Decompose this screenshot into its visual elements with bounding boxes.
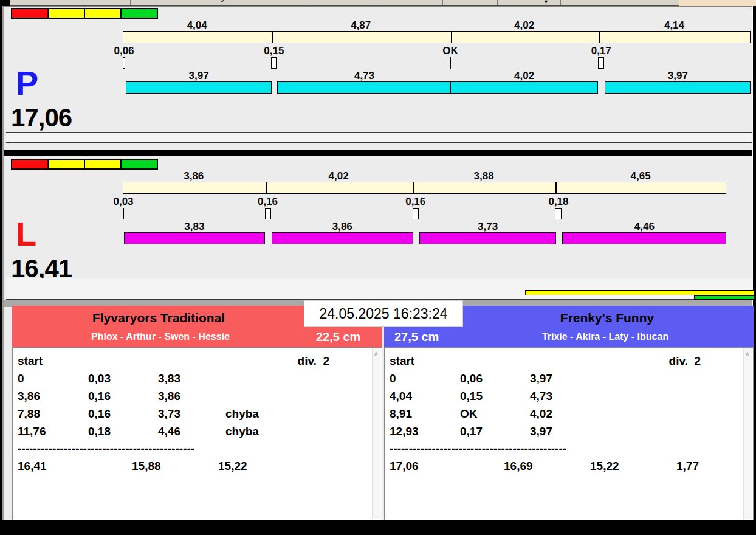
results-listbox[interactable]: startdiv. 200,033,833,860,163,867,880,16… [12, 347, 382, 520]
split-time-label: 4,02 [450, 20, 598, 30]
toolbar-separator [560, 0, 561, 6]
table-cell: 12,93 [390, 426, 419, 437]
table-cell: 3,73 [158, 408, 180, 419]
results-listbox[interactable]: startdiv. 200,063,974,040,154,738,91OK4,… [384, 347, 754, 520]
lane-section-left: 3,864,023,884,650,033,830,163,860,163,73… [6, 157, 752, 300]
table-header-start: start [18, 355, 43, 367]
background-window-fragment [679, 0, 756, 6]
table-cell: 4,04 [390, 390, 412, 402]
fault-flag: chyba [225, 408, 259, 419]
sub-strip [6, 132, 752, 143]
status-strip-cell [12, 9, 47, 18]
team-dog-names: Trixie - Akira - Laty - Ibucan [457, 332, 754, 342]
table-cell: 3,86 [18, 390, 40, 402]
table-cell: 0,18 [88, 426, 111, 437]
lane-letter: P [16, 66, 38, 100]
scroll-up-icon[interactable]: ∧ [374, 351, 378, 357]
chevron-down-icon[interactable]: ▼ [543, 0, 549, 5]
toolbar-separator [130, 0, 131, 6]
table-cell: 7,88 [18, 408, 40, 419]
vertical-scrollbar[interactable]: ∧ [372, 348, 381, 519]
dog-time-bar [124, 232, 265, 244]
toolbar-separator [309, 0, 309, 6]
team-name: Frenky's Funny [461, 311, 754, 325]
split-time-label: 4,65 [555, 171, 726, 181]
changeover-marker [598, 57, 604, 69]
fault-flag: chyba [225, 426, 259, 437]
team-panel-left: Flyvaryors TraditionalPhlox - Arthur - S… [12, 306, 382, 520]
lane-letter: L [16, 217, 36, 251]
flyball-timing-screen: { "toolbar": { "check_icon": "✓", "dropd… [0, 0, 756, 535]
progress-indicator-bar [694, 295, 755, 300]
datetime-text: 24.05.2025 16:23:24 [319, 306, 447, 322]
table-cell: 0,06 [460, 373, 483, 384]
datetime-label: 24.05.2025 16:23:24 [304, 300, 463, 327]
changeover-label: 0,18 [534, 196, 583, 207]
dog-time-label: 4,46 [562, 221, 726, 232]
status-strip-cell [120, 160, 157, 168]
split-time-label: 3,88 [413, 171, 555, 181]
split-time-label: 4,04 [123, 20, 271, 30]
table-header-division: div. 2 [669, 355, 701, 367]
race-window: 4,044,874,024,140,063,970,154,73OK4,020,… [2, 6, 753, 520]
dog-time-bar [277, 81, 451, 94]
table-cell: 4,02 [530, 408, 552, 419]
toolbar-separator [376, 0, 376, 6]
jump-height-label: 22,5 cm [316, 331, 360, 343]
total-cell: 15,22 [218, 460, 247, 472]
split-time-bar [123, 182, 726, 194]
split-divider [451, 32, 452, 43]
changeover-label: 0,03 [99, 196, 148, 207]
changeover-label: 0,16 [244, 196, 292, 207]
status-strip-cell [47, 160, 84, 168]
split-time-label: 4,14 [598, 20, 750, 30]
status-strip-cell [12, 160, 47, 168]
toolbar-separator [78, 0, 78, 6]
table-cell: 3,83 [158, 373, 180, 384]
changeover-marker [123, 208, 124, 219]
toolbar-separator [497, 0, 498, 6]
status-strip-cell [84, 160, 120, 168]
table-cell: 0,16 [88, 408, 111, 419]
dog-time-bar [419, 232, 557, 244]
dog-time-label: 4,73 [277, 71, 451, 81]
dog-time-bar [450, 81, 598, 94]
table-header-start: start [390, 355, 414, 367]
team-name: Flyvaryors Traditional [12, 311, 305, 325]
changeover-marker [413, 208, 419, 219]
team-panel-right: Frenky's FunnyTrixie - Akira - Laty - Ib… [384, 306, 754, 520]
totals-separator: ----------------------------------------… [390, 443, 566, 454]
sub-strip [6, 278, 752, 300]
toolbar-sliver: ✓ ▼ [10, 0, 679, 6]
table-cell: 0 [18, 373, 24, 384]
status-strip-cell [84, 9, 120, 18]
status-strip [11, 159, 158, 170]
changeover-label: 0,16 [391, 196, 440, 207]
check-icon[interactable]: ✓ [220, 0, 227, 4]
dog-time-label: 3,83 [124, 221, 265, 232]
table-cell: 4,73 [530, 390, 552, 402]
table-cell: OK [460, 408, 478, 419]
status-strip [11, 8, 158, 19]
dog-time-bar [126, 81, 272, 94]
total-cell: 17,06 [390, 460, 419, 472]
changeover-label: 0,15 [250, 46, 298, 56]
dog-time-label: 3,86 [272, 221, 414, 232]
table-cell: 8,91 [390, 408, 412, 419]
split-divider [413, 182, 414, 193]
table-cell: 0,16 [88, 390, 111, 402]
table-cell: 11,76 [18, 426, 46, 437]
total-cell: 15,22 [590, 460, 619, 472]
split-divider [272, 32, 273, 43]
table-cell: 0,03 [88, 373, 111, 384]
dog-time-bar [272, 232, 414, 244]
jump-height-label: 27,5 cm [394, 331, 439, 343]
toolbar-separator [442, 0, 443, 6]
scroll-up-icon[interactable]: ∧ [745, 351, 749, 357]
total-cell: 16,41 [18, 460, 47, 472]
split-time-label: 3,86 [123, 171, 265, 181]
table-header-division: div. 2 [298, 355, 329, 367]
changeover-label: OK [426, 46, 475, 56]
vertical-scrollbar[interactable]: ∧ [743, 348, 752, 519]
table-cell: 0,17 [460, 426, 483, 437]
